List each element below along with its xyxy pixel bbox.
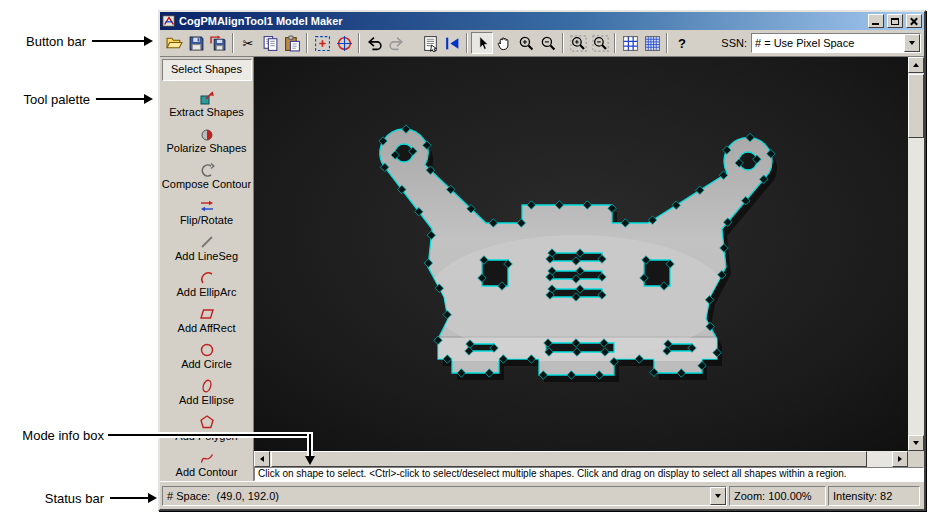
grid-fine-button[interactable] (641, 32, 663, 54)
extract-shapes-icon (199, 89, 215, 106)
palette-item-add-polygon[interactable]: Add Polygon (162, 409, 252, 445)
train-region-button[interactable] (311, 32, 333, 54)
status-space-dropdown-button[interactable] (710, 487, 726, 505)
pan-button[interactable] (493, 32, 515, 54)
palette-item-add-ellipse[interactable]: Add Ellipse (162, 373, 252, 409)
title-bar[interactable]: CogPMAlignTool1 Model Maker (160, 12, 924, 30)
save-button[interactable] (185, 32, 207, 54)
train-origin-button[interactable] (333, 32, 355, 54)
palette-item-add-circle[interactable]: Add Circle (162, 337, 252, 373)
image-display[interactable] (254, 57, 908, 451)
properties-button[interactable] (419, 32, 441, 54)
zoom-out-button[interactable] (537, 32, 559, 54)
toolbar-separator (232, 33, 234, 53)
undo-button[interactable] (363, 32, 385, 54)
vertical-scrollbar[interactable] (908, 57, 924, 451)
status-zoom-text: Zoom: 100.00% (734, 490, 812, 502)
zoom-shrink-button[interactable] (589, 32, 611, 54)
annotation-mode-info-box: Mode info box (0, 428, 104, 443)
scroll-up-button[interactable] (908, 57, 924, 73)
status-space-text: # Space: (49.0, 192.0) (167, 490, 279, 502)
annotation-tool-palette-line (96, 98, 144, 100)
grid-coarse-button[interactable] (619, 32, 641, 54)
paste-button[interactable] (281, 32, 303, 54)
paste-icon (284, 35, 301, 52)
arrow-right-icon (898, 456, 902, 462)
minimize-button[interactable] (868, 14, 884, 28)
palette-item-flip-rotate[interactable]: Flip/Rotate (162, 193, 252, 229)
palette-item-add-affrect[interactable]: Add AffRect (162, 301, 252, 337)
annotation-status-bar-line (110, 497, 148, 499)
maximize-icon (891, 18, 899, 25)
scroll-left-button[interactable] (254, 451, 270, 467)
tool-palette: Select Shapes Extract Shapes Polarize Sh… (160, 57, 254, 481)
status-intensity-text: Intensity: 82 (833, 490, 892, 502)
palette-item-add-lineseg[interactable]: Add LineSeg (162, 229, 252, 265)
status-intensity-panel: Intensity: 82 (828, 486, 920, 506)
open-file-button[interactable] (163, 32, 185, 54)
close-button[interactable] (906, 14, 922, 28)
zoom-in-icon (518, 35, 535, 52)
train-origin-icon (336, 35, 353, 52)
cut-icon: ✂ (243, 37, 254, 50)
add-circle-icon (199, 341, 215, 358)
save-as-button[interactable] (207, 32, 229, 54)
scroll-down-button[interactable] (908, 435, 924, 451)
toolbar-separator (562, 33, 564, 53)
help-icon: ? (678, 36, 686, 51)
open-folder-icon (166, 35, 183, 52)
save-icon (188, 35, 205, 52)
save-as-icon (210, 35, 227, 52)
palette-item-add-contour[interactable]: Add Contour (162, 445, 252, 481)
select-pointer-button[interactable] (471, 32, 493, 54)
space-name-combo-dropdown-button[interactable] (904, 34, 920, 52)
run-marker-button[interactable] (441, 32, 463, 54)
annotation-mode-info-arrowhead (305, 456, 315, 465)
vertical-scroll-track[interactable] (908, 73, 924, 435)
redo-icon (388, 35, 405, 52)
horizontal-scroll-track[interactable] (270, 451, 892, 467)
redo-button[interactable] (385, 32, 407, 54)
figure-canvas: Button bar Tool palette Mode info box St… (0, 0, 932, 523)
grid-fine-icon (644, 35, 661, 52)
toolbar-separator (614, 33, 616, 53)
add-elliparc-icon (199, 269, 215, 286)
add-polygon-icon (199, 413, 215, 430)
annotation-button-bar: Button bar (0, 34, 86, 49)
space-name-combo[interactable]: # = Use Pixel Space (751, 33, 921, 53)
undo-icon (366, 35, 383, 52)
palette-item-extract-shapes[interactable]: Extract Shapes (162, 85, 252, 121)
status-space-panel[interactable]: # Space: (49.0, 192.0) (162, 486, 727, 506)
display-column: Click on shape to select. <Ctrl>-click t… (254, 57, 924, 481)
run-marker-icon (444, 35, 461, 52)
vertical-scroll-thumb[interactable] (908, 74, 924, 138)
help-button[interactable]: ? (671, 32, 693, 54)
zoom-expand-button[interactable] (567, 32, 589, 54)
button-bar: ✂ (160, 30, 924, 57)
status-zoom-panel: Zoom: 100.00% (729, 486, 826, 506)
toolbar-separator (358, 33, 360, 53)
maximize-button[interactable] (887, 14, 903, 28)
scrollbar-corner (908, 451, 924, 467)
compose-contour-icon (199, 161, 215, 178)
annotation-mode-info-hline (108, 434, 311, 436)
add-contour-icon (199, 449, 215, 466)
annotation-button-bar-arrowhead (144, 36, 153, 46)
chevron-down-icon (715, 494, 721, 498)
horizontal-scrollbar[interactable] (254, 451, 908, 467)
properties-icon (422, 35, 439, 52)
palette-item-compose-contour[interactable]: Compose Contour (162, 157, 252, 193)
arrow-down-icon (913, 441, 919, 445)
horizontal-scroll-thumb[interactable] (271, 451, 867, 467)
app-icon (162, 14, 176, 28)
cut-button[interactable]: ✂ (237, 32, 259, 54)
minimize-icon (872, 23, 879, 25)
palette-item-add-elliparc[interactable]: Add EllipArc (162, 265, 252, 301)
scroll-right-button[interactable] (892, 451, 908, 467)
palette-item-polarize-shapes[interactable]: Polarize Shapes (162, 121, 252, 157)
pan-hand-icon (496, 35, 513, 52)
copy-button[interactable] (259, 32, 281, 54)
palette-item-select-shapes[interactable]: Select Shapes (162, 59, 252, 81)
zoom-in-button[interactable] (515, 32, 537, 54)
chevron-down-icon (909, 41, 915, 45)
